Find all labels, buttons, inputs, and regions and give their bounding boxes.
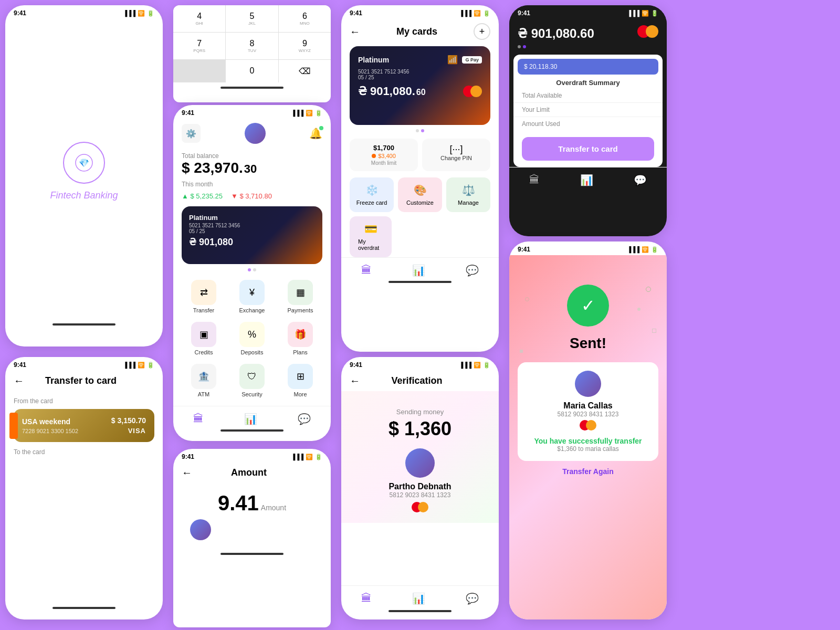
month-limit-orange: $3,400: [378, 153, 396, 159]
phone-overdraft: 9:41 ▐▐▐ 🛜 🔋 ₴ 901,080.60 $ 20,118.30 Ov…: [509, 5, 667, 236]
overdraft-label: My overdrat: [358, 238, 383, 251]
card-dots-4: [341, 129, 499, 132]
overdraft-btn[interactable]: 💳 My overdrat: [350, 216, 392, 257]
notifications-bell[interactable]: 🔔: [309, 127, 322, 140]
quick-actions-2: ▣ Credits % Deposits 🎁 Plans: [173, 318, 331, 360]
nav-home-7[interactable]: 🏛: [361, 592, 372, 605]
add-card-button[interactable]: +: [474, 23, 490, 40]
more-icon: ⊞: [288, 364, 313, 389]
wifi-icon-9: 🛜: [642, 246, 649, 253]
user-avatar[interactable]: [245, 123, 266, 144]
credits-label: Credits: [195, 349, 213, 355]
back-button[interactable]: ←: [350, 26, 360, 38]
nav-chat-8[interactable]: 💬: [634, 174, 647, 186]
verification-title: Verification: [391, 375, 442, 386]
sender-avatar-6: [190, 519, 211, 540]
status-time-6: 9:41: [182, 453, 194, 460]
your-limit-label: Your Limit: [522, 106, 550, 113]
wifi-icon-3: 🛜: [306, 110, 313, 117]
nav-home[interactable]: 🏛: [193, 413, 204, 425]
total-cents: 30: [244, 162, 257, 176]
nav-analytics[interactable]: 📊: [244, 413, 257, 425]
customize-btn[interactable]: 🎨 Customize: [398, 177, 442, 212]
mc-logo-8: [637, 25, 658, 38]
platinum-label: Platinum: [358, 56, 389, 64]
key-0[interactable]: 0: [226, 60, 278, 82]
back-button-7[interactable]: ←: [350, 375, 360, 387]
change-pin-label: Change PIN: [427, 155, 485, 161]
transfer-detail: $1,360 to maria callas: [526, 445, 650, 453]
action-credits[interactable]: ▣ Credits: [182, 322, 226, 355]
dot-4-1: [416, 129, 419, 132]
card-expiry-4: 05 / 25: [358, 75, 482, 80]
total-available-label: Total Available: [522, 92, 562, 99]
nav-chat-7[interactable]: 💬: [466, 592, 479, 605]
card-preview[interactable]: Platinum 5021 3521 7512 3456 05 / 25 ₴ 9…: [182, 206, 322, 264]
overdraft-icon: 💳: [364, 223, 377, 235]
manage-btn[interactable]: ⚖️ Manage: [446, 177, 490, 212]
overdraft-row: 💳 My overdrat: [341, 216, 499, 257]
security-label: Security: [242, 391, 262, 397]
nav-analytics-8[interactable]: 📊: [580, 174, 593, 186]
action-transfer[interactable]: ⇄ Transfer: [182, 280, 226, 313]
overdraft-amount-badge: $ 20,118.30: [518, 59, 658, 75]
action-security[interactable]: 🛡 Security: [230, 364, 274, 397]
balance-section: Total balance $ 23,970. 30 This month ▲ …: [173, 148, 331, 204]
nav-home-4[interactable]: 🏛: [361, 264, 372, 277]
deco-circle-1: [646, 287, 651, 292]
wifi-icon-7: 🛜: [474, 362, 481, 369]
debit-card-amount: $ 3,150.70: [111, 416, 146, 425]
key-8[interactable]: 8TUV: [226, 33, 278, 59]
battery-icon-6: 🔋: [315, 454, 322, 460]
debit-card[interactable]: USA weekend 7228 9021 3300 1502 $ 3,150.…: [14, 409, 154, 442]
sent-recipient-number: 5812 9023 8431 1323: [526, 411, 650, 418]
quick-actions: ⇄ Transfer ¥ Exchange ▦ Payments: [173, 276, 331, 318]
settings-icon[interactable]: ⚙️: [182, 124, 201, 143]
amount-used-label: Amount Used: [522, 120, 560, 128]
back-button-6[interactable]: ←: [182, 467, 192, 479]
nav-home-8[interactable]: 🏛: [529, 174, 540, 186]
wifi-icon-5: 🛜: [138, 362, 145, 369]
customize-icon: 🎨: [414, 184, 427, 196]
key-9[interactable]: 9WXYZ: [279, 33, 331, 59]
freeze-card-btn[interactable]: ❄️ Freeze card: [350, 177, 394, 212]
phone-amount: 9:41 ▐▐▐ 🛜 🔋 ← Amount 9.41 Amount: [173, 449, 331, 627]
card-stats: $1,700 $3,400 Month limit [···] Change P…: [341, 136, 499, 173]
overdraft-summary-box: $ 20,118.30 Overdraft Summary Total Avai…: [513, 55, 663, 167]
nav-chat[interactable]: 💬: [298, 413, 311, 425]
nav-analytics-7[interactable]: 📊: [412, 592, 425, 605]
action-exchange[interactable]: ¥ Exchange: [230, 280, 274, 313]
platinum-card[interactable]: Platinum 📶 G Pay 5021 3521 7512 3456 05 …: [350, 46, 490, 125]
back-button-5[interactable]: ←: [14, 375, 24, 387]
mc-yellow-9: [586, 420, 596, 430]
transfer-to-card-button[interactable]: Transfer to card: [522, 137, 654, 161]
nav-analytics-4[interactable]: 📊: [412, 264, 425, 277]
action-atm[interactable]: 🏦 ATM: [182, 364, 226, 397]
wifi-icon-4: 🛜: [474, 10, 481, 17]
key-4[interactable]: 4GHI: [173, 5, 225, 32]
key-6[interactable]: 6MNO: [279, 5, 331, 32]
key-backspace[interactable]: ⌫: [279, 60, 331, 82]
nav-chat-4[interactable]: 💬: [466, 264, 479, 277]
action-more[interactable]: ⊞ More: [278, 364, 322, 397]
key-5[interactable]: 5JKL: [226, 5, 278, 32]
month-limit-label: Month limit: [355, 160, 413, 166]
dot-4-2: [421, 129, 424, 132]
transfer-again-button[interactable]: Transfer Again: [518, 467, 658, 476]
action-plans[interactable]: 🎁 Plans: [278, 322, 322, 355]
deco-square-2: [520, 350, 523, 353]
sending-label: Sending money: [350, 408, 490, 416]
bottom-nav-7: 🏛 📊 💬: [341, 585, 499, 609]
action-deposits[interactable]: % Deposits: [230, 322, 274, 355]
expense-stat: ▼ $ 3,710.80: [231, 192, 272, 200]
summary-title: Overdraft Summary: [513, 75, 663, 89]
credits-icon: ▣: [191, 322, 216, 347]
signal-icon: ▐▐▐: [123, 10, 135, 16]
deposits-label: Deposits: [241, 349, 264, 355]
change-pin-box[interactable]: [···] Change PIN: [422, 139, 490, 171]
key-7[interactable]: 7PQRS: [173, 33, 225, 59]
phone-verification: 9:41 ▐▐▐ 🛜 🔋 ← Verification Sending mone…: [341, 357, 499, 620]
action-payments[interactable]: ▦ Payments: [278, 280, 322, 313]
bottom-nav-3: 🏛 📊 💬: [173, 406, 331, 429]
deco-circle-3: [525, 297, 529, 301]
